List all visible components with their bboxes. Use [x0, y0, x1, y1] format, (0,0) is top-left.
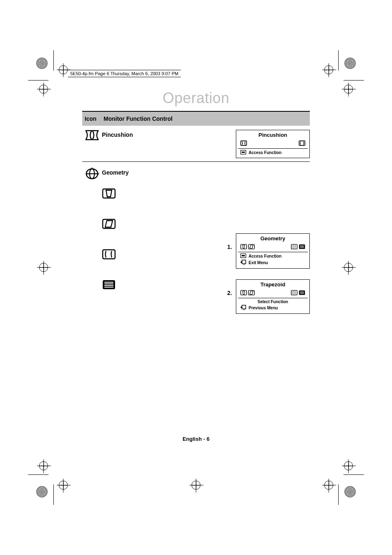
svg-rect-19: [291, 244, 297, 249]
reg-cross-icon: [324, 481, 333, 490]
pinbalance-icon: [102, 249, 205, 261]
pincushion-icon: [85, 130, 99, 158]
crop-mark: [28, 80, 48, 81]
osd-access-function-label: Access Function: [249, 150, 281, 155]
crop-mark: [53, 50, 54, 71]
back-arrow-icon: [240, 305, 246, 311]
row-geometry: Geometry 1. Geometry: [82, 161, 310, 314]
svg-rect-29: [291, 290, 297, 295]
svg-rect-26: [242, 260, 246, 264]
linearity-mini-icon: [299, 290, 305, 296]
svg-rect-3: [242, 152, 245, 153]
menu-button-icon: [240, 150, 246, 155]
pincushion-label: Pincushion: [102, 131, 205, 138]
reg-cross-icon: [191, 481, 201, 490]
crop-mark: [344, 474, 364, 475]
reg-cross-icon: [344, 263, 353, 272]
crop-mark: [338, 484, 339, 505]
crop-mark: [53, 484, 54, 505]
trapezoid-mini-icon: [240, 244, 247, 250]
col-header-icon: Icon: [82, 115, 102, 122]
row-pincushion: Pincushion Pincushion Access Function: [82, 126, 310, 158]
parallelogram-mini-icon: [248, 244, 255, 250]
pinbalance-mini-icon: [291, 290, 297, 296]
table-header: Icon Monitor Function Control: [82, 112, 310, 126]
reg-cross-icon: [59, 65, 68, 74]
reg-mark-icon: [344, 486, 356, 497]
osd-trapezoid-select-label: Select Function: [258, 299, 288, 304]
reg-cross-icon: [344, 85, 353, 94]
reg-cross-icon: [324, 65, 333, 74]
page-footer: English - 6: [0, 436, 392, 442]
reg-cross-icon: [59, 481, 68, 490]
reg-cross-icon: [39, 85, 48, 94]
svg-rect-0: [241, 141, 247, 145]
svg-rect-25: [242, 255, 245, 256]
trapezoid-mini-icon: [240, 290, 247, 296]
crop-mark: [344, 80, 364, 81]
svg-rect-11: [103, 250, 115, 259]
reg-cross-icon: [39, 263, 48, 272]
linearity-icon: [102, 279, 205, 292]
trapezoid-icon: [102, 188, 205, 200]
parallelogram-mini-icon: [248, 290, 255, 296]
exit-arrow-icon: [240, 260, 246, 266]
pinbalance-mini-icon: [291, 244, 297, 250]
parallelogram-icon: [102, 219, 205, 231]
osd-pincushion-title: Pincushion: [238, 132, 308, 138]
osd-geometry-access-label: Access Function: [249, 254, 281, 258]
pincushion-in-icon: [240, 140, 247, 147]
svg-rect-12: [103, 280, 115, 289]
reg-mark-icon: [36, 58, 48, 69]
reg-cross-icon: [344, 461, 353, 470]
crop-mark: [338, 50, 339, 71]
osd-pincushion: Pincushion Access Function: [236, 130, 310, 158]
page-title: Operation: [82, 90, 310, 107]
linearity-mini-icon: [299, 244, 305, 250]
step-2-number: 2.: [227, 290, 232, 296]
osd-trapezoid: 2. Trapezoid: [236, 279, 310, 314]
menu-button-icon: [240, 253, 246, 259]
osd-geometry: 1. Geometry: [236, 233, 310, 269]
reg-mark-icon: [36, 486, 48, 497]
reg-mark-icon: [344, 58, 356, 69]
geometry-label: Geometry: [102, 169, 205, 176]
osd-geometry-exit-label: Exit Menu: [249, 260, 268, 265]
osd-trapezoid-previous-label: Previous Menu: [249, 306, 278, 310]
pincushion-out-icon: [299, 140, 305, 147]
step-1-number: 1.: [227, 244, 232, 250]
source-file-header: 5E50-4p.fm Page 6 Thursday, March 6, 200…: [68, 70, 181, 77]
reg-cross-icon: [39, 461, 48, 470]
content-area: Icon Monitor Function Control Pincushion…: [82, 111, 310, 440]
col-header-function: Monitor Function Control: [102, 115, 310, 122]
osd-trapezoid-title: Trapezoid: [238, 281, 308, 288]
svg-rect-34: [242, 305, 246, 309]
crop-mark: [28, 474, 48, 475]
geometry-icon: [85, 168, 99, 314]
osd-geometry-title: Geometry: [238, 235, 308, 242]
